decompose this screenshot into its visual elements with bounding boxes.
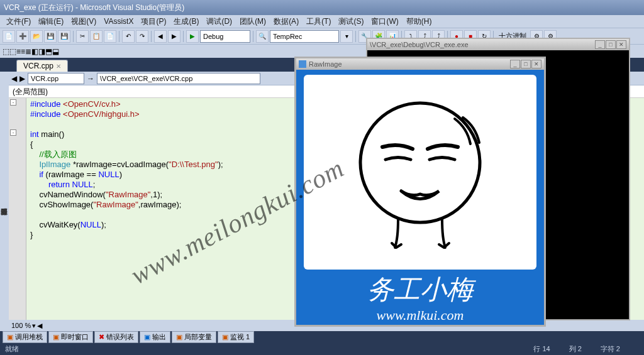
caption-text: 务工小梅	[296, 272, 544, 307]
menu-project[interactable]: 项目(P)	[137, 16, 170, 27]
config-combo[interactable]: Debug	[200, 30, 250, 43]
menu-debug[interactable]: 调试(D)	[203, 16, 236, 27]
window-titlebar: VCR_exe (正在运行) - Microsoft Visual Studio…	[0, 0, 644, 15]
status-char: 字符 2	[601, 344, 620, 354]
tab-errorlist[interactable]: ✖错误列表	[94, 331, 138, 343]
tab-vcr-cpp[interactable]: VCR.cpp ✕	[16, 60, 68, 72]
find-button[interactable]: 🔍	[256, 30, 269, 43]
status-line: 行 14	[533, 344, 550, 354]
tab-label: VCR.cpp	[23, 62, 53, 70]
open-button[interactable]: 📂	[30, 30, 43, 43]
menu-build[interactable]: 生成(B)	[170, 16, 203, 27]
zoom-dropdown-icon[interactable]: ▾	[32, 322, 36, 330]
sec-i[interactable]: ⬓	[52, 47, 59, 56]
scroll-left-icon[interactable]: ◀	[37, 322, 42, 330]
close-icon[interactable]: ✕	[531, 60, 541, 68]
app-icon	[299, 60, 306, 68]
fold-icon[interactable]: -	[10, 129, 16, 136]
path-combo[interactable]: \VCR_exe\VCR_exe\VCR.cpp	[97, 73, 260, 84]
menu-view[interactable]: 视图(V)	[67, 16, 100, 27]
sec-d[interactable]: ≡	[21, 47, 25, 56]
start-button[interactable]: ▶	[186, 30, 199, 43]
sec-a[interactable]: ⬚	[3, 47, 9, 56]
close-icon[interactable]: ✕	[56, 63, 61, 70]
minimize-icon[interactable]: _	[510, 60, 520, 68]
nav-fwd-icon[interactable]: ▶	[19, 74, 25, 83]
save-all-button[interactable]: 💾	[58, 30, 70, 43]
image-caption: 务工小梅 www.mlkui.com	[296, 270, 544, 325]
tab-locals[interactable]: ▣局部变量	[172, 331, 216, 343]
menu-edit[interactable]: 编辑(E)	[35, 16, 67, 27]
menu-team[interactable]: 团队(M)	[236, 16, 270, 27]
menu-test[interactable]: 测试(S)	[335, 16, 367, 27]
rawimage-content: 务工小梅 www.mlkui.com	[296, 70, 544, 325]
sec-b[interactable]: ⬚	[9, 47, 16, 56]
save-button[interactable]: 💾	[44, 30, 57, 43]
sec-e[interactable]: ≣	[25, 47, 31, 56]
maximize-icon[interactable]: □	[606, 40, 616, 49]
menu-vassistx[interactable]: VAssistX	[100, 17, 137, 26]
copy-button[interactable]: 📋	[90, 30, 103, 43]
target-combo[interactable]: TempRec	[270, 30, 339, 43]
rawimage-window[interactable]: RawImage _ □ ✕ 务工小梅 www.mlkui.com	[294, 57, 546, 327]
fold-icon[interactable]: -	[10, 99, 16, 106]
new-project-button[interactable]: 📄	[3, 30, 15, 43]
go-icon[interactable]: →	[87, 74, 94, 83]
menu-window[interactable]: 窗口(W)	[367, 16, 402, 27]
tab-immediate[interactable]: ▣即时窗口	[48, 331, 93, 343]
menu-file[interactable]: 文件(F)	[3, 16, 35, 27]
zoom-value[interactable]: 100 %	[11, 322, 31, 329]
cut-button[interactable]: ✂	[76, 30, 89, 43]
menu-bar: 文件(F) 编辑(E) 视图(V) VAssistX 项目(P) 生成(B) 调…	[0, 15, 644, 28]
search-dropdown-button[interactable]: ▾	[340, 30, 353, 43]
menu-data[interactable]: 数据(A)	[270, 16, 303, 27]
console-titlebar[interactable]: \VCR_exe\Debug\VCR_exe.exe _ □ ✕	[367, 39, 629, 50]
image-display	[304, 75, 536, 270]
maximize-icon[interactable]: □	[521, 60, 531, 68]
tab-watch[interactable]: ▣监视 1	[218, 331, 254, 343]
close-icon[interactable]: ✕	[616, 40, 626, 49]
menu-help[interactable]: 帮助(H)	[402, 16, 436, 27]
face-cartoon-icon	[338, 94, 502, 251]
sec-h[interactable]: ⬒	[45, 47, 52, 56]
redo-button[interactable]: ↷	[136, 30, 148, 43]
nav-back-button[interactable]: ◀	[154, 30, 167, 43]
sec-g[interactable]: ◨	[38, 47, 45, 56]
tab-callstack[interactable]: ▣调用堆栈	[3, 331, 47, 343]
undo-button[interactable]: ↶	[122, 30, 135, 43]
sec-f[interactable]: ◧	[31, 47, 38, 56]
menu-tools[interactable]: 工具(T)	[303, 16, 335, 27]
nav-fwd-button[interactable]: ▶	[168, 30, 180, 43]
sidebar-server-explorer[interactable]: 服务器资源管理器	[0, 72, 9, 331]
caption-url: www.mlkui.com	[296, 307, 544, 324]
svg-point-0	[360, 103, 480, 222]
tab-output[interactable]: ▣输出	[140, 331, 170, 343]
status-state: 就绪	[5, 344, 19, 354]
minimize-icon[interactable]: _	[595, 40, 605, 49]
sec-c[interactable]: ≡	[16, 47, 21, 56]
console-title: \VCR_exe\Debug\VCR_exe.exe	[370, 41, 469, 48]
status-bar: 就绪 行 14 列 2 字符 2	[0, 342, 644, 355]
file-combo[interactable]: VCR.cpp	[28, 73, 84, 84]
add-item-button[interactable]: ➕	[16, 30, 29, 43]
status-col: 列 2	[569, 344, 582, 354]
paste-button[interactable]: 📄	[104, 30, 116, 43]
output-tabs: ▣调用堆栈 ▣即时窗口 ✖错误列表 ▣输出 ▣局部变量 ▣监视 1	[0, 331, 644, 342]
rawimage-titlebar[interactable]: RawImage _ □ ✕	[296, 58, 544, 70]
nav-back-icon[interactable]: ◀	[11, 74, 17, 83]
app-title: VCR_exe (正在运行) - Microsoft Visual Studio…	[4, 3, 184, 13]
rawimage-title: RawImage	[309, 60, 342, 68]
